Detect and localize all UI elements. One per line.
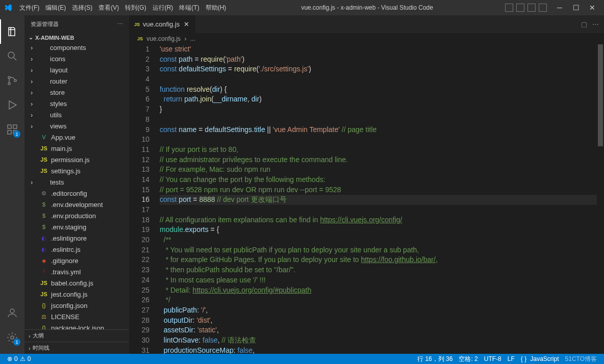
tree-item[interactable]: ›utils [24, 109, 129, 120]
cursor-position[interactable]: 行 16，列 36 [414, 355, 456, 363]
tree-item[interactable]: JSpermission.js [24, 154, 129, 165]
window-title: vue.config.js - x-admin-web - Visual Stu… [229, 4, 505, 11]
tree-item[interactable]: {}jsconfig.json [24, 300, 129, 311]
tree-item[interactable]: ›tests [24, 176, 129, 188]
run-debug-icon[interactable] [0, 93, 24, 117]
layout-icon[interactable] [539, 4, 547, 12]
tree-item[interactable]: JSbabel.config.js [24, 277, 129, 289]
js-file-icon: JS [134, 22, 140, 27]
accounts-icon[interactable] [0, 301, 24, 325]
watermark: 51CTO博客 [562, 355, 600, 363]
breadcrumb[interactable]: JS vue.config.js › ... [129, 33, 604, 44]
editor-area: JS vue.config.js ✕ ▢ ⋯ JS vue.config.js … [129, 15, 604, 354]
svg-point-3 [14, 80, 16, 82]
menu-bar: 文件(F)编辑(E)选择(S)查看(V)转到(G)运行(R)终端(T)帮助(H) [16, 0, 229, 15]
menu-item[interactable]: 查看(V) [95, 4, 122, 11]
tree-item[interactable]: ◐.eslintignore [24, 232, 129, 244]
svg-rect-5 [13, 125, 17, 128]
menu-item[interactable]: 帮助(H) [203, 4, 230, 11]
tab-vue-config[interactable]: JS vue.config.js ✕ [129, 15, 196, 33]
layout-icon[interactable] [527, 4, 536, 12]
menu-item[interactable]: 终端(T) [176, 4, 202, 11]
encoding-status[interactable]: UTF-8 [481, 355, 505, 363]
eol-status[interactable]: LF [505, 355, 518, 363]
menu-item[interactable]: 选择(S) [69, 4, 95, 11]
tree-item[interactable]: ⚖LICENSE [24, 311, 129, 322]
tree-root[interactable]: ⌄X-ADMIN-WEB [24, 33, 129, 42]
tree-item[interactable]: $.env.production [24, 210, 129, 221]
tree-item[interactable]: ›store [24, 87, 129, 98]
menu-item[interactable]: 编辑(E) [42, 4, 69, 11]
layout-controls [505, 4, 547, 12]
status-bar: ⊗0 ⚠0 行 16，列 36 空格: 2 UTF-8 LF { } JavaS… [0, 354, 604, 364]
extensions-icon[interactable]: 1 [0, 117, 24, 142]
code-editor[interactable]: 1234567891011121314151617181920212223242… [129, 44, 604, 354]
timeline-section[interactable]: ›时间线 [24, 342, 129, 354]
tree-item[interactable]: ›views [24, 120, 129, 132]
more-actions-icon[interactable]: ⋯ [117, 21, 123, 28]
tree-item[interactable]: ◈.gitignore [24, 255, 129, 266]
svg-rect-6 [8, 131, 11, 134]
maximize-button[interactable]: ☐ [568, 0, 584, 15]
outline-section[interactable]: ›大纲 [24, 329, 129, 342]
activity-bar: 1 1 [0, 15, 24, 354]
svg-point-9 [11, 336, 14, 339]
title-bar: 文件(F)编辑(E)选择(S)查看(V)转到(G)运行(R)终端(T)帮助(H)… [0, 0, 604, 15]
explorer-icon[interactable] [0, 19, 24, 44]
more-tab-actions-icon[interactable]: ⋯ [592, 20, 599, 28]
layout-icon[interactable] [516, 4, 524, 12]
tree-item[interactable]: ›icons [24, 53, 129, 64]
search-icon[interactable] [0, 44, 24, 68]
settings-gear-icon[interactable]: 1 [0, 325, 24, 350]
tree-item[interactable]: ◐.eslintrc.js [24, 244, 129, 255]
sidebar-title: 资源管理器 [31, 20, 59, 28]
indent-status[interactable]: 空格: 2 [456, 355, 481, 363]
tree-item[interactable]: ›router [24, 75, 129, 87]
editor-tabs: JS vue.config.js ✕ ▢ ⋯ [129, 15, 604, 33]
tree-item[interactable]: $.env.staging [24, 221, 129, 232]
svg-point-0 [8, 52, 14, 58]
minimize-button[interactable]: ─ [552, 0, 567, 15]
source-control-icon[interactable] [0, 68, 24, 93]
language-mode[interactable]: { } JavaScript [518, 355, 562, 363]
menu-item[interactable]: 文件(F) [16, 4, 42, 11]
vscode-logo-icon [4, 4, 12, 12]
svg-point-8 [10, 309, 14, 313]
split-editor-icon[interactable]: ▢ [581, 20, 587, 28]
tree-item[interactable]: ›components [24, 42, 129, 53]
tree-item[interactable]: JSmain.js [24, 143, 129, 154]
menu-item[interactable]: 转到(G) [122, 4, 149, 11]
svg-rect-4 [8, 125, 11, 128]
tree-item[interactable]: VApp.vue [24, 132, 129, 143]
vertical-scrollbar[interactable] [597, 44, 604, 354]
layout-icon[interactable] [505, 4, 513, 12]
problems-status[interactable]: ⊗0 ⚠0 [4, 355, 34, 362]
sidebar-explorer: 资源管理器 ⋯ ⌄X-ADMIN-WEB›components›icons›la… [24, 15, 129, 354]
tree-item[interactable]: JSsettings.js [24, 165, 129, 176]
close-button[interactable]: ✕ [585, 0, 600, 15]
tree-item[interactable]: JSjest.config.js [24, 289, 129, 300]
close-tab-icon[interactable]: ✕ [183, 20, 190, 28]
tree-item[interactable]: ⚙.editorconfig [24, 188, 129, 199]
menu-item[interactable]: 运行(R) [149, 4, 177, 11]
tree-item[interactable]: $.env.development [24, 199, 129, 210]
tree-item[interactable]: ›layout [24, 64, 129, 75]
js-file-icon: JS [137, 36, 143, 41]
tree-item[interactable]: !.travis.yml [24, 266, 129, 277]
tree-item[interactable]: ›styles [24, 98, 129, 109]
svg-point-1 [8, 76, 10, 79]
svg-point-2 [8, 83, 10, 85]
tree-item[interactable]: {}package-lock.json [24, 322, 129, 329]
